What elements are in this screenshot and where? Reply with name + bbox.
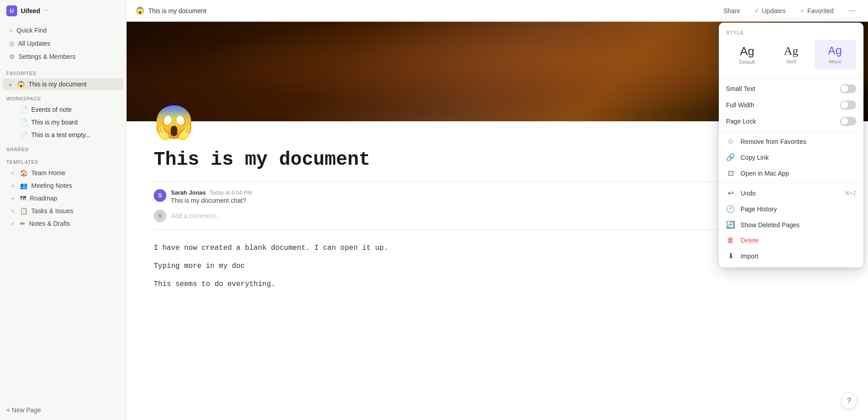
- sidebar-item-quick-find[interactable]: ○ Quick Find: [3, 24, 123, 37]
- open-mac-app-item[interactable]: ⊡ Open in Mac App: [719, 165, 863, 181]
- style-letter-default: Ag: [740, 44, 755, 58]
- plus-icon: +: [9, 195, 16, 202]
- workspace-header[interactable]: U Uifeed ⌃: [0, 0, 126, 22]
- new-page-button[interactable]: + New Page: [6, 404, 120, 416]
- sidebar-item-label: Settings & Members: [19, 53, 75, 60]
- comment-time: Today at 6:04 PM: [209, 190, 251, 196]
- plus-icon: +: [9, 220, 16, 227]
- sidebar-item-events[interactable]: 📄 Events of note: [3, 104, 123, 115]
- expand-arrow-icon: ▶: [9, 82, 13, 87]
- template-item-notes[interactable]: + ✏ Notes & Drafts: [3, 218, 123, 229]
- template-item-roadmap[interactable]: + 🗺 Roadmap: [3, 192, 123, 204]
- help-button[interactable]: ?: [841, 393, 857, 409]
- page-history-label: Page History: [741, 205, 777, 213]
- dropdown-menu: STYLE Ag Default Ag Serif Ag Mono Small …: [719, 23, 863, 267]
- style-option-default[interactable]: Ag Default: [726, 40, 768, 69]
- page-history-item[interactable]: 🕐 Page History: [719, 201, 863, 217]
- doc-icon: 📄: [20, 106, 28, 113]
- small-text-toggle[interactable]: [840, 84, 856, 93]
- sidebar-item-settings[interactable]: ⚙ Settings & Members: [3, 50, 123, 63]
- show-deleted-item[interactable]: 🔄 Show Deleted Pages: [719, 217, 863, 233]
- style-option-serif[interactable]: Ag Serif: [770, 40, 812, 69]
- remove-favorites-item[interactable]: ☆ Remove from Favorites: [719, 134, 863, 149]
- share-button[interactable]: Share: [720, 5, 744, 16]
- doc-icon: 📄: [20, 131, 28, 138]
- doc-emoji: 😱: [17, 81, 25, 88]
- test-label: This is a test empty...: [31, 131, 90, 138]
- small-text-toggle-row: Small Text: [719, 81, 863, 97]
- undo-shortcut: ⌘+Z: [844, 190, 856, 196]
- template-emoji: 📋: [20, 207, 28, 215]
- star-icon: ☆: [726, 137, 735, 146]
- sidebar-item-label: All Updates: [18, 40, 51, 47]
- plus-icon: +: [9, 207, 16, 215]
- chevron-down-icon: ⌃: [45, 9, 48, 14]
- favorited-label: Favorited: [807, 7, 834, 14]
- link-icon: 🔗: [726, 153, 735, 162]
- delete-item[interactable]: 🗑 Delete: [719, 233, 863, 248]
- sidebar-item-all-updates[interactable]: ◎ All Updates: [3, 37, 123, 50]
- comment-author: Sarah Jonas: [171, 189, 206, 196]
- template-item-tasks[interactable]: + 📋 Tasks & Issues: [3, 205, 123, 217]
- content-line-3: This seems to do everything.: [154, 277, 841, 291]
- doc-title-emoji: 😱: [136, 6, 145, 15]
- delete-label: Delete: [741, 237, 759, 244]
- app-icon: ⊡: [726, 169, 735, 177]
- sidebar-nav: ○ Quick Find ◎ All Updates ⚙ Settings & …: [0, 22, 126, 65]
- doc-icon: 📄: [20, 119, 28, 126]
- topbar-doc-title: This is my document: [148, 7, 206, 14]
- sidebar: U Uifeed ⌃ ○ Quick Find ◎ All Updates ⚙ …: [0, 0, 127, 420]
- template-item-meeting-notes[interactable]: + 👥 Meeting Notes: [3, 180, 123, 191]
- events-label: Events of note: [31, 106, 72, 113]
- board-label: This is my board: [31, 119, 78, 126]
- favorites-section-label: FAVORITES: [0, 65, 126, 78]
- undo-icon: ↩: [726, 189, 735, 197]
- open-mac-app-label: Open in Mac App: [741, 170, 789, 177]
- template-emoji: 🗺: [20, 195, 26, 202]
- small-text-label: Small Text: [726, 85, 755, 92]
- workspace-name: Uifeed: [21, 7, 40, 14]
- more-options-button[interactable]: ···: [844, 4, 859, 18]
- workspace-icon: U: [6, 5, 17, 16]
- import-item[interactable]: ⬇ Import: [719, 248, 863, 264]
- style-options: Ag Default Ag Serif Ag Mono: [719, 40, 863, 76]
- check-icon: ✓: [755, 8, 759, 14]
- templates-section-label: TEMPLATES: [0, 154, 126, 167]
- template-label: Meeting Notes: [31, 182, 72, 189]
- style-label-default: Default: [739, 59, 755, 65]
- style-option-mono[interactable]: Ag Mono: [814, 40, 856, 69]
- topbar-right: Share ✓ Updates ✓ Favorited ···: [720, 4, 859, 18]
- comment-input-placeholder[interactable]: Add a comment...: [171, 212, 221, 220]
- favorites-doc-label: This is my document: [28, 81, 86, 88]
- import-label: Import: [741, 253, 759, 260]
- deleted-icon: 🔄: [726, 220, 735, 229]
- sidebar-item-board[interactable]: 📄 This is my board: [3, 116, 123, 128]
- page-lock-toggle-row: Page Lock: [719, 113, 863, 129]
- updates-button[interactable]: ✓ Updates: [751, 5, 789, 16]
- undo-label: Undo: [741, 190, 755, 197]
- search-icon: ○: [9, 27, 13, 34]
- topbar-left: 😱 This is my document: [136, 6, 206, 15]
- plus-icon: +: [9, 169, 16, 177]
- full-width-label: Full Width: [726, 101, 754, 109]
- sidebar-item-test[interactable]: 📄 This is a test empty...: [3, 129, 123, 141]
- check-icon: ✓: [800, 8, 805, 14]
- template-label: Tasks & Issues: [31, 207, 73, 215]
- template-emoji: 👥: [20, 182, 28, 189]
- plus-icon: +: [9, 182, 16, 189]
- topbar: 😱 This is my document Share ✓ Updates ✓ …: [127, 0, 868, 22]
- copy-link-item[interactable]: 🔗 Copy Link: [719, 149, 863, 165]
- help-icon: ?: [847, 397, 851, 405]
- full-width-toggle[interactable]: [840, 100, 856, 110]
- template-item-team-home[interactable]: + 🏠 Team Home: [3, 167, 123, 179]
- template-emoji: ✏: [20, 220, 25, 227]
- remove-favorites-label: Remove from Favorites: [741, 138, 806, 145]
- full-width-toggle-row: Full Width: [719, 97, 863, 113]
- sidebar-item-favorites-doc[interactable]: ▶ 😱 This is my document: [3, 78, 123, 90]
- favorited-button[interactable]: ✓ Favorited: [797, 5, 837, 16]
- updates-icon: ◎: [9, 40, 14, 47]
- import-icon: ⬇: [726, 252, 735, 260]
- undo-item[interactable]: ↩ Undo ⌘+Z: [719, 185, 863, 201]
- style-letter-mono: Ag: [828, 44, 842, 58]
- page-lock-toggle[interactable]: [840, 117, 856, 126]
